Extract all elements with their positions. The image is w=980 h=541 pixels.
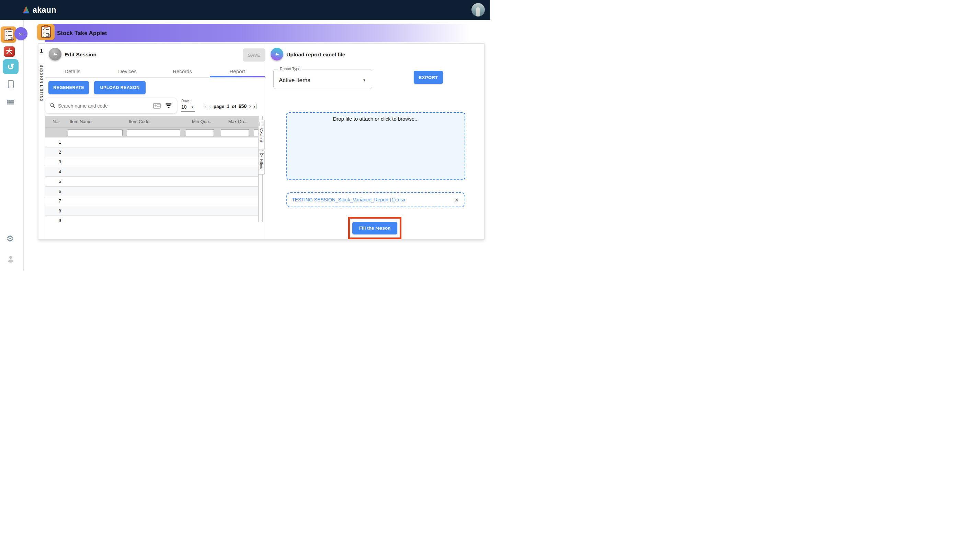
filter-input[interactable] [68,129,123,136]
upload-reason-button[interactable]: UPLOAD REASON [94,81,146,94]
search-input[interactable] [58,103,153,109]
column-header[interactable]: Min Qua... [182,116,217,127]
filter-list-icon[interactable] [165,104,171,108]
annotation-highlight-box: Fill the reason [348,217,401,239]
table-body: 123456789 [45,137,258,222]
tab-report[interactable]: Report [210,65,265,77]
column-header[interactable]: Item Code [125,116,182,127]
session-listing-label: SESSION LISTING [40,65,43,102]
da-character-icon [6,48,13,55]
table-row[interactable]: 1 [45,137,258,147]
applet-header-bar: Stock Take Applet [45,24,479,42]
columns-side-tab[interactable]: Columns [258,120,265,150]
prev-page-button[interactable]: ‹ [209,104,211,109]
filter-input[interactable] [186,129,214,136]
chevron-down-icon[interactable]: ▼ [191,105,194,109]
table-header: N... Item Name Item Code Min Qua... Max … [45,116,258,127]
top-navbar: akaun [0,0,490,20]
table-row[interactable]: 5 [45,177,258,187]
card-view-icon[interactable] [153,103,161,109]
back-arrow-icon [274,51,280,57]
uploaded-file-chip[interactable]: TESTING SESSION_Stock_Variance_Report (1… [286,192,465,207]
of-word: of [232,104,236,109]
table-row[interactable]: 6 [45,187,258,196]
applet-header-icon: ✓ ✓ ✓ ✎ [37,24,55,40]
funnel-icon [259,153,264,157]
clipboard-icon: ✓ ✓ ✓ ✎ [41,26,51,38]
page-word: page [213,104,224,109]
row-number: 4 [45,167,65,177]
first-page-button[interactable]: |‹ [203,104,207,109]
screen: akaun ✓ ✓ ✓ ✎ ›≡ ↺ ⚙ Stock Take Applet [0,0,490,270]
table-row[interactable]: 7 [45,196,258,206]
fill-the-reason-button[interactable]: Fill the reason [352,222,397,235]
chevron-down-icon[interactable]: ▼ [363,78,366,82]
user-avatar[interactable] [471,3,485,16]
dropzone-text: Drop file to attach or click to browse..… [333,116,418,179]
filter-input[interactable] [221,129,249,136]
column-header[interactable]: Max Qu... [217,116,252,127]
tab-devices[interactable]: Devices [100,65,155,77]
row-number: 7 [45,196,65,206]
row-number: 8 [45,206,65,216]
search-icon [50,103,55,108]
columns-label: Columns [259,128,264,142]
row-number: 2 [45,147,65,157]
table-row[interactable]: 9 [45,216,258,222]
rows-label: Rows [181,99,190,103]
items-table: N... Item Name Item Code Min Qua... Max … [45,116,262,222]
indent-icon: ›≡ [19,31,23,37]
sidebar-item-listing[interactable] [7,100,14,104]
sidebar-item-stock-take-applet[interactable]: ✓ ✓ ✓ ✎ [1,27,16,43]
back-arrow-icon [52,51,58,57]
session-listing-strip[interactable]: 1 SESSION LISTING [38,44,45,239]
filters-side-tab[interactable]: Filters [258,150,265,175]
sidebar-item-devices[interactable] [8,80,14,88]
column-header[interactable]: N... [45,116,65,127]
page-title: Edit Session [65,51,97,58]
column-header[interactable]: Item Name [65,116,125,127]
next-page-button[interactable]: › [249,104,251,109]
sidebar-item-da-applet[interactable] [4,46,15,57]
history-icon: ↺ [7,62,14,72]
regenerate-button[interactable]: REGENERATE [48,81,89,94]
pagination: |‹ ‹ page 1 of 650 › ›| [203,102,257,111]
expand-panel-button[interactable]: ›≡ [14,27,27,40]
app-sidebar [0,20,24,270]
row-number: 1 [45,137,65,147]
account-icon[interactable] [7,255,14,263]
table-row[interactable]: 3 [45,157,258,167]
report-type-label: Report Type [278,67,302,71]
row-number: 9 [45,216,65,222]
export-button[interactable]: EXPORT [414,71,443,84]
page-total: 650 [239,104,247,109]
columns-icon [259,122,263,126]
report-type-value: Active items [279,77,310,84]
settings-gear-icon[interactable]: ⚙ [6,235,14,243]
uploaded-file-name: TESTING SESSION_Stock_Variance_Report (1… [292,197,455,203]
session-index: 1 [40,48,43,54]
sidebar-item-history-applet[interactable]: ↺ [3,59,19,74]
table-row[interactable]: 8 [45,206,258,216]
filter-input[interactable] [127,129,180,136]
search-bar [45,98,177,113]
back-button[interactable] [49,48,62,61]
tab-details[interactable]: Details [45,65,100,77]
remove-file-icon[interactable]: × [455,196,458,203]
save-button[interactable]: SAVE [243,48,266,62]
filters-label: Filters [259,159,264,169]
page-current: 1 [227,104,229,109]
last-page-button[interactable]: ›| [253,104,257,109]
brand-logo[interactable]: akaun [22,0,56,20]
row-number: 6 [45,187,65,196]
upload-back-button[interactable] [270,48,283,61]
table-row[interactable]: 4 [45,167,258,177]
table-filter-row [45,127,258,137]
file-dropzone[interactable]: Drop file to attach or click to browse..… [286,112,465,180]
filter-input[interactable] [254,129,259,136]
table-row[interactable]: 2 [45,147,258,157]
tab-records[interactable]: Records [155,65,210,77]
pencil-icon: ✎ [10,36,14,41]
rows-per-page-select[interactable]: 10 [181,104,187,110]
column-header [252,116,258,127]
